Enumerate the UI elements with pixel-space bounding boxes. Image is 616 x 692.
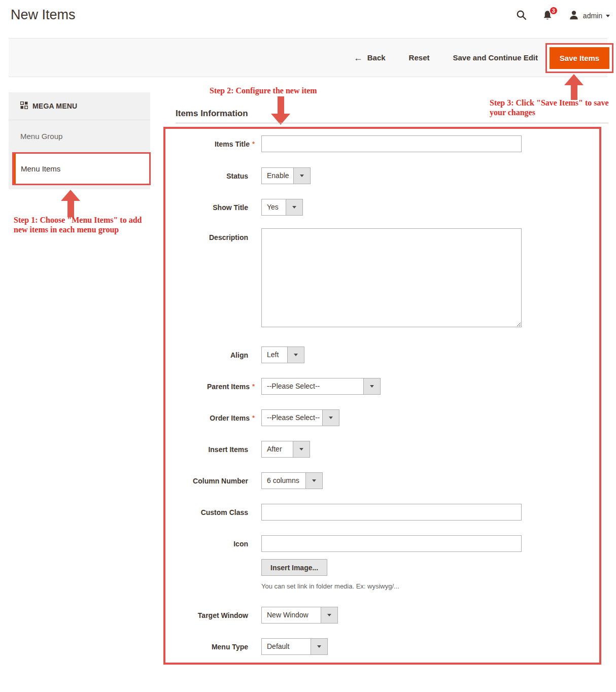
align-select[interactable]: Left bbox=[261, 347, 304, 363]
caret-down-icon bbox=[321, 607, 337, 623]
reset-button[interactable]: Reset bbox=[409, 53, 430, 62]
insert-image-button[interactable]: Insert Image... bbox=[261, 559, 327, 576]
sidebar-item-menu-items-label: Menu Items bbox=[14, 164, 60, 173]
form-row-menu-type: Menu Type Default bbox=[165, 638, 599, 655]
form-row-icon: Icon bbox=[165, 535, 599, 552]
annotation-box-save-items: Save Items bbox=[545, 43, 613, 73]
notifications-button[interactable]: 3 bbox=[542, 10, 553, 22]
form-row-parent-items: Parent Items* --Please Select-- bbox=[165, 378, 599, 395]
caret-down-icon bbox=[311, 639, 327, 654]
form-row-order-items: Order Items* --Please Select-- bbox=[165, 409, 599, 426]
annotation-step3-text: Step 3: Click "Save Items" to save your … bbox=[490, 98, 615, 117]
active-item-stripe bbox=[14, 154, 16, 184]
items-title-label: Items Title* bbox=[165, 140, 261, 148]
sidebar-item-menu-group[interactable]: Menu Group bbox=[9, 120, 150, 152]
form-row-insert-items: Insert Items After bbox=[165, 441, 599, 458]
annotation-box-form: Items Title* Status Enable Show Title Ye… bbox=[163, 127, 601, 665]
form-row-items-title: Items Title* bbox=[165, 135, 599, 152]
parent-items-select-value: --Please Select-- bbox=[262, 378, 363, 394]
required-marker: * bbox=[252, 414, 255, 422]
status-select[interactable]: Enable bbox=[261, 167, 311, 184]
mega-menu-icon bbox=[20, 101, 28, 111]
description-label: Description bbox=[165, 228, 261, 241]
menu-type-select-value: Default bbox=[262, 639, 311, 654]
align-select-value: Left bbox=[262, 347, 287, 363]
toolbar-actions: ← Back Reset Save and Continue Edit bbox=[315, 38, 538, 77]
menu-type-label: Menu Type bbox=[165, 643, 261, 651]
form-row-target-window: Target Window New Window bbox=[165, 607, 599, 624]
back-button-label: Back bbox=[367, 53, 386, 62]
form-row-description: Description bbox=[165, 228, 599, 327]
parent-items-label: Parent Items* bbox=[165, 383, 261, 391]
required-marker: * bbox=[252, 140, 255, 148]
show-title-select-value: Yes bbox=[262, 199, 286, 215]
required-marker: * bbox=[252, 383, 255, 390]
annotation-arrow-step3 bbox=[564, 74, 584, 100]
column-number-select-value: 6 columns bbox=[262, 473, 305, 489]
column-number-label: Column Number bbox=[165, 477, 261, 485]
parent-items-select[interactable]: --Please Select-- bbox=[261, 378, 381, 395]
search-button[interactable] bbox=[516, 10, 527, 22]
notification-badge: 3 bbox=[549, 6, 558, 15]
order-items-select-value: --Please Select-- bbox=[262, 410, 322, 426]
sidebar-title: MEGA MENU bbox=[32, 102, 77, 110]
caret-down-icon bbox=[305, 473, 322, 489]
target-window-select[interactable]: New Window bbox=[261, 607, 338, 624]
icon-label: Icon bbox=[165, 540, 261, 548]
back-arrow-icon: ← bbox=[354, 53, 363, 62]
caret-down-icon bbox=[322, 410, 339, 426]
icon-helper-note: You can set link in folder media. Ex: wy… bbox=[261, 582, 399, 590]
show-title-label: Show Title bbox=[165, 203, 261, 212]
form-row-status: Status Enable bbox=[165, 167, 599, 184]
admin-user-label: admin bbox=[583, 12, 602, 20]
back-button[interactable]: ← Back bbox=[354, 53, 386, 62]
form-row-align: Align Left bbox=[165, 347, 599, 363]
order-items-label: Order Items* bbox=[165, 414, 261, 422]
header-actions: 3 admin bbox=[516, 0, 610, 31]
save-and-continue-label: Save and Continue Edit bbox=[453, 53, 538, 62]
admin-page: New Items 3 admin ← Back Reset bbox=[0, 0, 616, 692]
caret-down-icon bbox=[286, 199, 302, 215]
icon-input[interactable] bbox=[261, 535, 522, 552]
sidebar-item-menu-items[interactable]: Menu Items bbox=[12, 152, 151, 185]
save-items-button[interactable]: Save Items bbox=[550, 47, 609, 69]
admin-user-menu[interactable]: admin bbox=[568, 10, 610, 22]
annotation-step2-text: Step 2: Configure the new item bbox=[210, 86, 326, 95]
form-row-column-number: Column Number 6 columns bbox=[165, 472, 599, 489]
annotation-step1-text: Step 1: Choose "Menu Items" to add new i… bbox=[14, 215, 150, 234]
sidebar-header: MEGA MENU bbox=[9, 92, 150, 120]
annotation-arrow-step2 bbox=[271, 96, 290, 125]
items-title-input[interactable] bbox=[261, 135, 522, 152]
caret-down-icon bbox=[293, 441, 310, 457]
caret-down-icon bbox=[363, 378, 380, 394]
status-select-value: Enable bbox=[262, 168, 293, 184]
caret-down-icon bbox=[287, 347, 304, 363]
search-icon bbox=[516, 10, 527, 22]
insert-items-select[interactable]: After bbox=[261, 441, 310, 458]
caret-down-icon bbox=[293, 168, 310, 184]
insert-items-select-value: After bbox=[262, 441, 293, 457]
items-information-heading: Items Information bbox=[176, 109, 248, 119]
align-label: Align bbox=[165, 351, 261, 359]
target-window-label: Target Window bbox=[165, 611, 261, 619]
form-row-custom-class: Custom Class bbox=[165, 504, 599, 521]
form-row-show-title: Show Title Yes bbox=[165, 199, 599, 216]
annotation-arrow-step1 bbox=[61, 190, 80, 217]
save-and-continue-button[interactable]: Save and Continue Edit bbox=[453, 53, 538, 62]
column-number-select[interactable]: 6 columns bbox=[261, 472, 323, 489]
user-icon bbox=[568, 10, 579, 22]
target-window-select-value: New Window bbox=[262, 607, 321, 623]
menu-type-select[interactable]: Default bbox=[261, 638, 328, 655]
reset-button-label: Reset bbox=[409, 53, 430, 62]
custom-class-label: Custom Class bbox=[165, 508, 261, 516]
page-title: New Items bbox=[11, 7, 76, 23]
order-items-select[interactable]: --Please Select-- bbox=[261, 409, 339, 426]
chevron-down-icon bbox=[606, 15, 610, 17]
custom-class-input[interactable] bbox=[261, 504, 522, 521]
section-divider bbox=[176, 123, 608, 123]
description-textarea[interactable] bbox=[261, 228, 522, 327]
show-title-select[interactable]: Yes bbox=[261, 199, 303, 216]
insert-items-label: Insert Items bbox=[165, 445, 261, 454]
status-label: Status bbox=[165, 172, 261, 180]
